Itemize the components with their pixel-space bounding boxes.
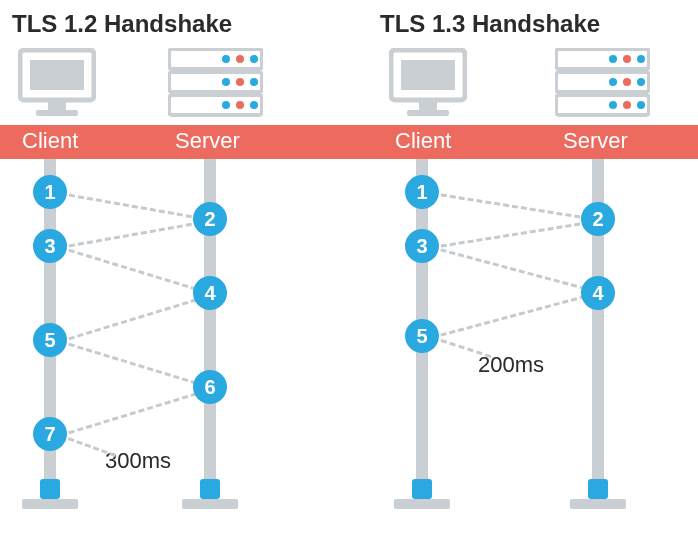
message-line <box>432 293 595 339</box>
svg-point-11 <box>250 55 258 63</box>
message-line <box>60 390 206 437</box>
svg-point-18 <box>236 101 244 109</box>
svg-point-25 <box>609 78 617 86</box>
svg-rect-16 <box>169 95 262 115</box>
step-circle: 5 <box>33 323 67 357</box>
monitor-icon <box>389 48 467 122</box>
svg-rect-1 <box>30 60 84 90</box>
server-rack-icon <box>555 48 650 122</box>
server-label-right: Server <box>563 128 628 154</box>
svg-point-13 <box>222 78 230 86</box>
message-line <box>432 220 598 249</box>
svg-rect-2 <box>48 102 66 110</box>
message-line <box>432 192 598 221</box>
svg-point-17 <box>222 101 230 109</box>
svg-rect-20 <box>556 49 649 69</box>
step-circle: 3 <box>405 229 439 263</box>
title-right: TLS 1.3 Handshake <box>380 10 600 38</box>
svg-rect-3 <box>36 110 78 116</box>
step-circle: 6 <box>193 370 227 404</box>
svg-point-31 <box>637 101 645 109</box>
svg-rect-5 <box>401 60 455 90</box>
svg-point-19 <box>250 101 258 109</box>
svg-rect-28 <box>556 95 649 115</box>
svg-point-15 <box>250 78 258 86</box>
svg-point-9 <box>222 55 230 63</box>
step-circle: 4 <box>193 276 227 310</box>
message-line <box>60 192 210 221</box>
message-line <box>60 220 210 249</box>
message-line <box>432 336 492 358</box>
svg-rect-6 <box>419 102 437 110</box>
step-circle: 3 <box>33 229 67 263</box>
client-label-right: Client <box>395 128 451 154</box>
svg-point-29 <box>609 101 617 109</box>
server-label-left: Server <box>175 128 240 154</box>
message-line <box>60 340 206 387</box>
svg-point-30 <box>623 101 631 109</box>
svg-point-10 <box>236 55 244 63</box>
svg-rect-7 <box>407 110 449 116</box>
server-rack-icon <box>168 48 263 122</box>
svg-point-27 <box>637 78 645 86</box>
message-line <box>59 434 115 457</box>
title-left: TLS 1.2 Handshake <box>12 10 232 38</box>
step-circle: 1 <box>405 175 439 209</box>
message-line <box>60 296 206 343</box>
svg-point-23 <box>637 55 645 63</box>
message-line <box>432 246 595 292</box>
svg-point-21 <box>609 55 617 63</box>
timing-left: 300ms <box>105 448 171 474</box>
svg-rect-8 <box>169 49 262 69</box>
svg-point-26 <box>623 78 631 86</box>
step-circle: 5 <box>405 319 439 353</box>
step-circle: 4 <box>581 276 615 310</box>
svg-point-22 <box>623 55 631 63</box>
monitor-icon <box>18 48 96 122</box>
svg-point-14 <box>236 78 244 86</box>
step-circle: 2 <box>581 202 615 236</box>
step-circle: 7 <box>33 417 67 451</box>
svg-rect-24 <box>556 72 649 92</box>
step-circle: 1 <box>33 175 67 209</box>
message-line <box>60 246 206 293</box>
svg-rect-12 <box>169 72 262 92</box>
client-label-left: Client <box>22 128 78 154</box>
step-circle: 2 <box>193 202 227 236</box>
